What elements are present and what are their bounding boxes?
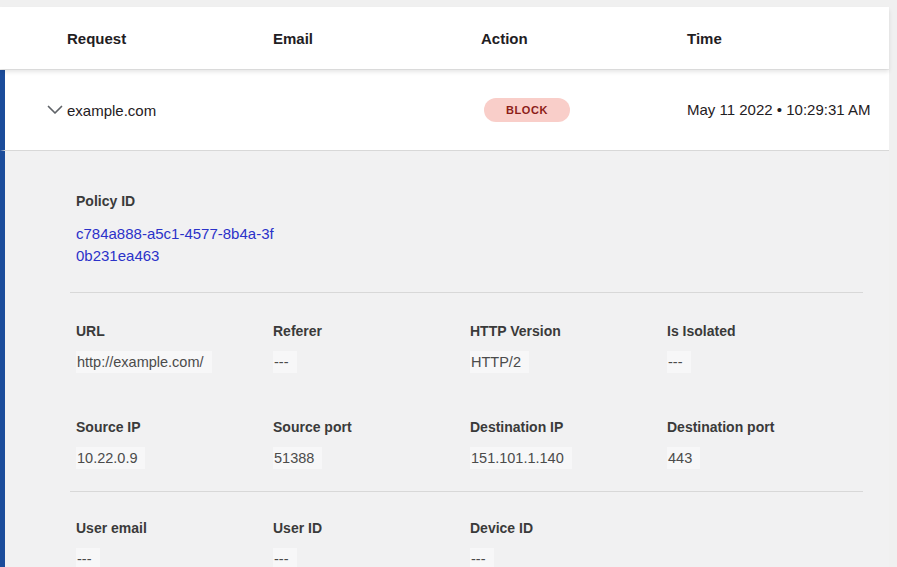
column-header-email: Email [273,30,481,47]
table-row[interactable]: example.com BLOCK May 11 2022 • 10:29:31… [0,70,889,151]
field-http-version: HTTP Version HTTP/2 [470,323,667,373]
details-row-3: User email --- User ID --- Device ID --- [76,520,863,567]
field-source-port: Source port 51388 [273,419,470,469]
row-details-panel: Policy ID c784a888-a5c1-4577-8b4a-3f0b23… [0,151,889,567]
divider [70,491,863,492]
column-header-time: Time [687,30,889,47]
details-row-2: Source IP 10.22.0.9 Source port 51388 De… [76,419,863,469]
request-cell: example.com [67,102,273,119]
policy-id-link[interactable]: c784a888-a5c1-4577-8b4a-3f0b231ea463 [76,223,281,267]
column-header-request: Request [67,30,273,47]
field-url: URL http://example.com/ [76,323,273,373]
field-referer: Referer --- [273,323,470,373]
divider [70,292,863,293]
chevron-down-icon[interactable] [47,105,63,115]
field-destination-port: Destination port 443 [667,419,864,469]
field-device-id: Device ID --- [470,520,667,567]
column-header-action: Action [481,30,687,47]
field-destination-ip: Destination IP 151.101.1.140 [470,419,667,469]
field-source-ip: Source IP 10.22.0.9 [76,419,273,469]
field-user-email: User email --- [76,520,273,567]
details-row-1: URL http://example.com/ Referer --- HTTP… [76,323,863,373]
status-badge: BLOCK [484,98,570,122]
policy-id-label: Policy ID [76,193,863,209]
field-user-id: User ID --- [273,520,470,567]
action-cell: BLOCK [481,98,687,122]
time-cell: May 11 2022 • 10:29:31 AM [687,98,889,122]
policy-field: Policy ID c784a888-a5c1-4577-8b4a-3f0b23… [76,193,863,267]
log-table-header: Request Email Action Time [0,7,889,69]
field-is-isolated: Is Isolated --- [667,323,864,373]
